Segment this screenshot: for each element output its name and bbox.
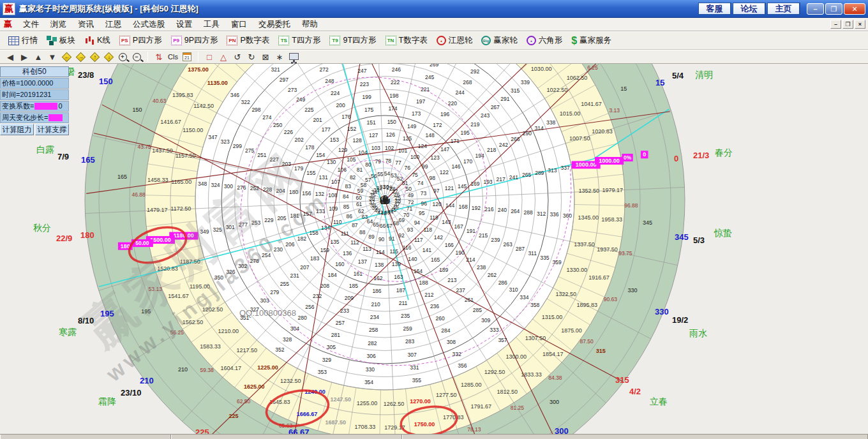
svg-text:323: 323	[220, 138, 229, 145]
svg-text:170: 170	[463, 158, 472, 165]
tool-presentation[interactable]	[287, 51, 300, 63]
svg-text:1937.50: 1937.50	[597, 246, 618, 253]
tool-step-right[interactable]: →	[74, 51, 87, 63]
toolbar-item-t-table[interactable]: TNT数字表	[381, 34, 432, 47]
menu-资讯[interactable]: 资讯	[72, 18, 100, 31]
svg-text:331: 331	[410, 364, 419, 371]
mdi-close-button[interactable]: ×	[855, 20, 865, 29]
svg-text:165: 165	[431, 257, 440, 263]
calc-support-button[interactable]: 计算支撑	[35, 124, 69, 135]
svg-text:153: 153	[330, 137, 339, 143]
toolbar-item-sectors[interactable]: 板块	[42, 34, 80, 47]
tool-pan-left[interactable]: ◀	[4, 51, 17, 63]
client-button-2[interactable]: 主页	[767, 3, 800, 15]
svg-text:78: 78	[385, 158, 392, 164]
svg-text:86: 86	[347, 213, 353, 220]
quotes-icon	[8, 36, 19, 45]
toolbar-item-p-table[interactable]: PNP数字表	[222, 34, 274, 47]
menu-设置[interactable]: 设置	[170, 18, 198, 31]
toolbar-item-winner-wheel[interactable]: Big赢家轮	[477, 34, 522, 47]
tool-zoom-in[interactable]: +	[116, 51, 129, 63]
minimize-button[interactable]: –	[807, 3, 824, 15]
tool-square-tool[interactable]: □	[203, 51, 216, 63]
svg-text:129: 129	[338, 147, 347, 153]
svg-text:1437.50: 1437.50	[152, 147, 173, 154]
gann-wheel-chart[interactable]: 1234567891011121314151617181920212223242…	[0, 64, 868, 434]
menu-江恩[interactable]: 江恩	[100, 18, 127, 31]
toolbar-item-t-square[interactable]: TST四方形	[274, 34, 325, 47]
menu-工具[interactable]: 工具	[198, 18, 225, 31]
menu-帮助[interactable]: 帮助	[296, 18, 324, 31]
svg-text:59: 59	[357, 188, 364, 194]
tool-rotate-cw[interactable]: ↻	[245, 51, 258, 63]
tool-rotate-ccw[interactable]: ↺	[231, 51, 244, 63]
svg-text:300: 300	[550, 399, 559, 405]
svg-text:327: 327	[250, 306, 259, 313]
tool-triangle-tool[interactable]: △	[217, 51, 230, 63]
svg-text:315: 315	[511, 87, 520, 94]
svg-text:210: 210	[178, 366, 188, 373]
svg-text:1285.00: 1285.00	[461, 382, 482, 388]
tool-step-up[interactable]: ↑	[88, 51, 101, 63]
svg-text:213: 213	[447, 277, 456, 283]
menu-文件[interactable]: 文件	[17, 18, 45, 31]
svg-text:240: 240	[498, 207, 507, 213]
tool-updown-marker[interactable]: ⇅	[153, 51, 165, 63]
hexagon-icon: ●	[527, 36, 536, 45]
svg-text:125: 125	[403, 135, 412, 142]
menu-公式选股[interactable]: 公式选股	[127, 18, 170, 31]
toolbar-item-hexagon[interactable]: ●六角形	[522, 34, 567, 47]
svg-text:100: 100	[410, 154, 419, 160]
toolbar-item-winner-service[interactable]: $赢家服务	[567, 34, 616, 48]
toolbar-item-gann-wheel[interactable]: ●江恩轮	[432, 34, 477, 47]
toolbar-item-kline[interactable]: K线	[80, 34, 115, 47]
svg-text:324: 324	[211, 182, 220, 188]
svg-text:197: 197	[416, 98, 425, 105]
client-button-1[interactable]: 论坛	[733, 3, 766, 15]
svg-text:137: 137	[358, 258, 367, 265]
tool-step-left[interactable]: ←	[60, 51, 73, 63]
mdi-minimize-button[interactable]: –	[830, 20, 841, 29]
menu-窗口[interactable]: 窗口	[225, 18, 253, 31]
close-button[interactable]: ✕	[844, 3, 865, 15]
tool-zoom-out[interactable]: −	[130, 51, 143, 63]
svg-text:117: 117	[414, 237, 423, 243]
svg-text:161: 161	[354, 271, 363, 277]
tool-step-down[interactable]: ↓	[102, 51, 115, 63]
menu-交易委托[interactable]: 交易委托	[253, 18, 296, 31]
svg-text:167: 167	[454, 223, 463, 230]
tool-expand-box[interactable]: ⊠	[259, 51, 272, 63]
tool-pan-right[interactable]: ▶	[18, 51, 31, 63]
svg-text:263: 263	[504, 241, 513, 248]
menu-浏览[interactable]: 浏览	[45, 18, 72, 31]
svg-text:283: 283	[405, 338, 414, 345]
svg-text:163: 163	[394, 274, 403, 280]
calc-resistance-button[interactable]: 计算阻力	[0, 124, 34, 135]
svg-text:193: 193	[483, 179, 492, 185]
toolbar-label: T数字表	[399, 35, 428, 46]
restore-button[interactable]: ❐	[825, 3, 842, 15]
svg-text:304: 304	[290, 325, 299, 332]
toolbar-item-9t-square[interactable]: T99T四方形	[325, 34, 380, 47]
tool-pan-down[interactable]: ▼	[46, 51, 59, 63]
toolbar-item-9p-square[interactable]: P99P四方形	[167, 34, 223, 47]
svg-text:219: 219	[470, 121, 479, 128]
tool-cls[interactable]: Cls	[167, 51, 179, 63]
svg-text:348: 348	[198, 181, 207, 187]
svg-text:284: 284	[441, 327, 450, 334]
svg-text:297: 297	[280, 77, 288, 83]
client-button-0[interactable]: 客服	[698, 3, 731, 15]
svg-text:305: 305	[327, 344, 336, 350]
mdi-restore-button[interactable]: ❐	[842, 20, 853, 29]
tool-collapse[interactable]: ∗	[273, 51, 286, 63]
svg-text:1750.00: 1750.00	[414, 421, 435, 428]
svg-text:346: 346	[230, 92, 239, 98]
svg-text:60: 60	[355, 195, 362, 201]
toolbar-label: P四方形	[133, 35, 162, 46]
tool-calendar[interactable]: 21	[181, 51, 193, 63]
svg-text:315: 315	[596, 348, 606, 354]
tool-pan-up[interactable]: ▲	[32, 51, 45, 63]
toolbar-label: 9P四方形	[184, 35, 218, 46]
toolbar-item-p-square[interactable]: PSP四方形	[115, 34, 167, 47]
toolbar-item-quotes[interactable]: 行情	[4, 34, 42, 47]
